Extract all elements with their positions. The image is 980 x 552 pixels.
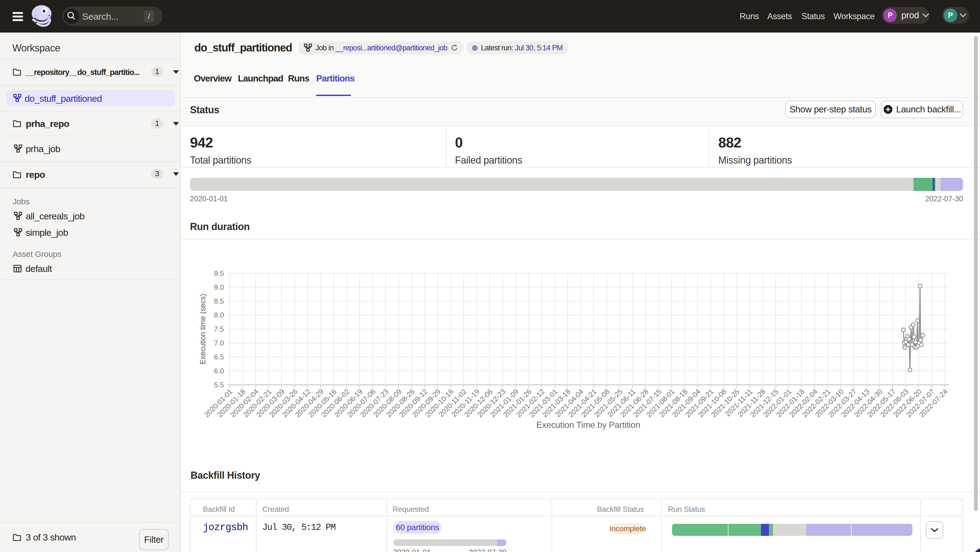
svg-text:9.5: 9.5 [214, 269, 224, 278]
svg-text:9.0: 9.0 [214, 283, 224, 291]
svg-text:8.5: 8.5 [214, 297, 224, 305]
svg-text:6.0: 6.0 [214, 367, 224, 375]
svg-text:6.5: 6.5 [214, 353, 224, 361]
svg-text:7.5: 7.5 [214, 325, 224, 333]
svg-text:8.0: 8.0 [214, 311, 224, 319]
svg-text:5.5: 5.5 [214, 381, 224, 389]
svg-text:Execution time (secs): Execution time (secs) [199, 294, 207, 364]
svg-text:7.0: 7.0 [214, 339, 224, 347]
